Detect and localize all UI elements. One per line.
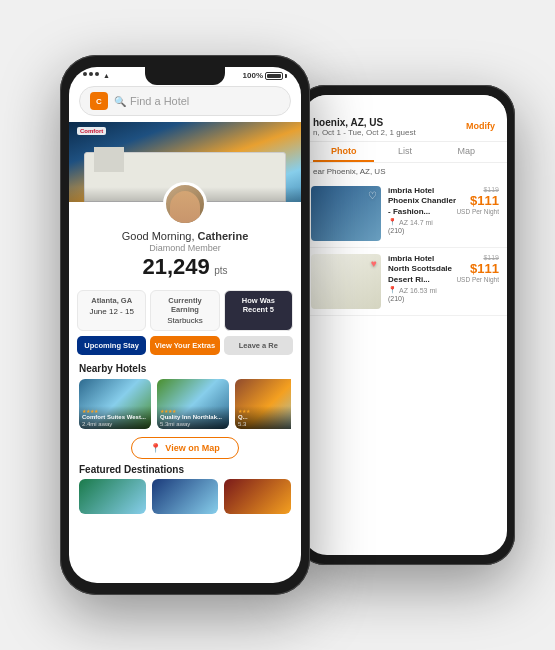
featured-section-title: Featured Destinations: [79, 464, 291, 475]
user-name: Catherine: [198, 230, 249, 242]
map-pin-icon: 📍: [150, 443, 161, 453]
hotel-card-img-1: ★★★★ Comfort Suites West... 2.4mi away: [79, 379, 151, 429]
battery-body: [265, 72, 283, 80]
hotel-info-1: imbria Hotel Phoenix Chandler - Fashion.…: [381, 186, 456, 241]
stat-card-2: Currently Earning Starbucks: [150, 290, 219, 331]
stat-card-1: Atlanta, GA June 12 - 15: [77, 290, 146, 331]
hotel-name-1: Comfort Suites West...: [82, 414, 148, 421]
hotel-heart-1[interactable]: ♡: [368, 190, 377, 201]
wifi-icon: ▲: [103, 72, 110, 79]
price-per-2: USD Per Night: [456, 276, 499, 283]
hotel-location-text-2: AZ: [399, 287, 408, 294]
hotel-card-3[interactable]: ★★★ Q... 5.3: [235, 379, 291, 429]
member-type-text: Diamond Member: [79, 243, 291, 253]
search-bar[interactable]: C 🔍 Find a Hotel: [79, 86, 291, 116]
featured-bg-2: [152, 479, 219, 514]
view-on-map-button[interactable]: 📍 View on Map: [131, 437, 238, 459]
tab-map[interactable]: Map: [436, 142, 497, 162]
price-new-2: $111: [456, 261, 499, 276]
hotel-result-2[interactable]: ♥ imbria Hotel North Scottsdale Desert R…: [303, 248, 507, 316]
points-value: 21,249: [142, 254, 209, 279]
featured-card-2[interactable]: [152, 479, 219, 514]
search-placeholder: Find a Hotel: [130, 95, 189, 107]
points-row: 21,249 pts: [79, 254, 291, 280]
featured-bg-1: [79, 479, 146, 514]
location-pin-icon-2: 📍: [388, 286, 397, 294]
map-button-label: View on Map: [165, 443, 219, 453]
view-extras-button[interactable]: View Your Extras: [150, 336, 219, 355]
back-screen-content: hoenix, AZ, US n, Oct 1 - Tue, Oct 2, 1 …: [303, 95, 507, 555]
battery-percent: 100%: [243, 71, 263, 80]
hotel-result-img-1: ♡: [311, 186, 381, 241]
back-filter-text: ear Phoenix, AZ, US: [303, 163, 507, 180]
hotel-card-2[interactable]: ★★★★ Quality Inn Northlak... 5.3mi away: [157, 379, 229, 429]
map-button-container: 📍 View on Map: [69, 437, 301, 459]
hotel-card-overlay-3: ★★★ Q... 5.3: [235, 406, 291, 429]
app-logo-icon: C: [90, 92, 108, 110]
back-phone-header: hoenix, AZ, US n, Oct 1 - Tue, Oct 2, 1 …: [303, 109, 507, 142]
hotel-result-img-2: ♥: [311, 254, 381, 309]
greeting-text: Good Morning, Catherine: [79, 230, 291, 242]
hotel-result-1[interactable]: ♡ imbria Hotel Phoenix Chandler - Fashio…: [303, 180, 507, 248]
tab-photo[interactable]: Photo: [313, 142, 374, 162]
hero-building-wing1: [94, 147, 124, 172]
signal-dots: ▲: [83, 72, 110, 79]
hotel-result-name-2: imbria Hotel North Scottsdale Desert Ri.…: [388, 254, 456, 285]
greeting-prefix: Good Morning,: [122, 230, 198, 242]
signal-dot-1: [83, 72, 87, 76]
front-phone: ▲ 100% C 🔍 Find a Hotel Comfort: [60, 55, 310, 595]
hotel-distance-1: 2.4mi away: [82, 421, 148, 427]
signal-dot-2: [89, 72, 93, 76]
location-pin-icon: 📍: [388, 218, 397, 226]
hotel-result-price-1: $119 $111 USD Per Night: [456, 186, 499, 241]
user-avatar: [163, 182, 207, 226]
action-buttons-row: Upcoming Stay View Your Extras Leave a R…: [77, 336, 293, 355]
hotel-distance-text: 14.7 mi: [410, 219, 433, 226]
stat-title-2: Currently Earning: [155, 296, 214, 314]
stat-value-2: Starbucks: [155, 316, 214, 325]
hotel-distance-2: 5.3mi away: [160, 421, 226, 427]
back-phone-screen: hoenix, AZ, US n, Oct 1 - Tue, Oct 2, 1 …: [303, 95, 507, 555]
hotel-result-rating-1: (210): [388, 227, 456, 234]
avatar-container: [69, 182, 301, 226]
stat-title-3: How Was Recent 5: [229, 296, 288, 314]
search-icon: 🔍: [114, 96, 126, 107]
stats-row: Atlanta, GA June 12 - 15 Currently Earni…: [77, 290, 293, 331]
price-old-1: $119: [456, 186, 499, 193]
notch: [145, 67, 225, 85]
hotel-cards-row: ★★★★ Comfort Suites West... 2.4mi away ★…: [79, 379, 291, 429]
hero-hotel-logo: Comfort: [77, 127, 106, 135]
tab-list[interactable]: List: [374, 142, 435, 162]
back-phone-tabs: Photo List Map: [303, 142, 507, 163]
price-new-1: $111: [456, 193, 499, 208]
hotel-location-text: AZ: [399, 219, 408, 226]
featured-card-1[interactable]: [79, 479, 146, 514]
hotel-result-rating-2: (210): [388, 295, 456, 302]
price-old-2: $119: [456, 254, 499, 261]
signal-dot-3: [95, 72, 99, 76]
points-unit: pts: [214, 265, 227, 276]
front-phone-screen: ▲ 100% C 🔍 Find a Hotel Comfort: [69, 67, 301, 583]
stat-value-1: June 12 - 15: [82, 307, 141, 316]
featured-row: [79, 479, 291, 514]
hotel-card-img-3: ★★★ Q... 5.3: [235, 379, 291, 429]
hotel-result-price-2: $119 $111 USD Per Night: [456, 254, 499, 309]
hotel-result-location-2: 📍 AZ 16.53 mi: [388, 286, 456, 294]
hotel-result-name-1: imbria Hotel Phoenix Chandler - Fashion.…: [388, 186, 456, 217]
leave-review-button[interactable]: Leave a Re: [224, 336, 293, 355]
upcoming-stay-button[interactable]: Upcoming Stay: [77, 336, 146, 355]
hotel-card-1[interactable]: ★★★★ Comfort Suites West... 2.4mi away: [79, 379, 151, 429]
hotel-card-img-2: ★★★★ Quality Inn Northlak... 5.3mi away: [157, 379, 229, 429]
hotel-card-overlay-1: ★★★★ Comfort Suites West... 2.4mi away: [79, 406, 151, 429]
stat-title-1: Atlanta, GA: [82, 296, 141, 305]
featured-card-3[interactable]: [224, 479, 291, 514]
hotel-name-3: Q...: [238, 414, 291, 421]
back-modify-button[interactable]: Modify: [466, 121, 495, 131]
battery-container: 100%: [243, 71, 287, 80]
nearby-hotels-title: Nearby Hotels: [79, 363, 291, 374]
price-per-1: USD Per Night: [456, 208, 499, 215]
hotel-distance-3: 5.3: [238, 421, 291, 427]
battery-tip: [285, 74, 287, 78]
hotel-heart-2[interactable]: ♥: [371, 258, 377, 269]
hotel-name-2: Quality Inn Northlak...: [160, 414, 226, 421]
